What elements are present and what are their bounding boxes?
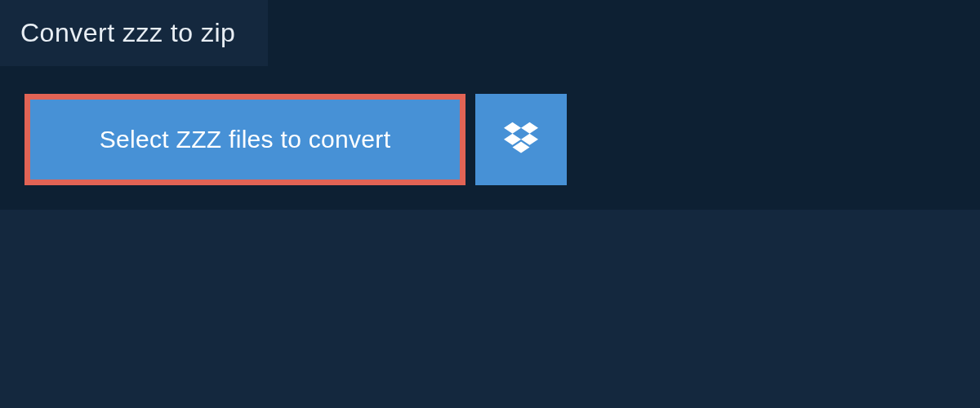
page-background — [0, 210, 980, 373]
conversion-tab[interactable]: Convert zzz to zip — [0, 0, 268, 66]
dropbox-icon — [504, 121, 538, 158]
select-files-button[interactable]: Select ZZZ files to convert — [24, 94, 466, 185]
header-strip: Convert zzz to zip — [0, 0, 980, 69]
tab-title: Convert zzz to zip — [20, 18, 235, 47]
upload-panel: Select ZZZ files to convert — [0, 69, 980, 210]
select-files-label: Select ZZZ files to convert — [100, 126, 391, 153]
dropbox-button[interactable] — [475, 94, 567, 185]
